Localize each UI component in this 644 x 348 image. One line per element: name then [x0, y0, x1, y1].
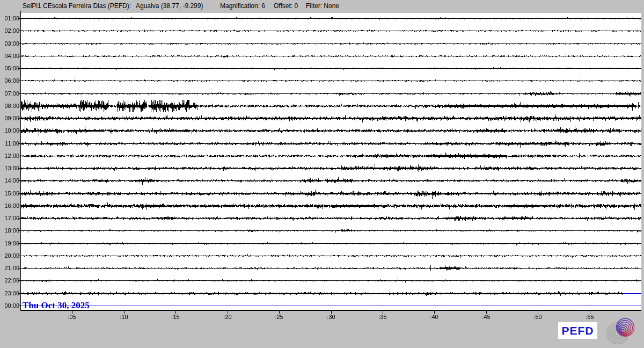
minute-label: :35 — [372, 314, 393, 321]
hour-label: 03:00 — [0, 40, 19, 47]
hour-label: 01:00 — [0, 15, 19, 22]
minute-label: :05 — [61, 314, 83, 321]
minute-label: :55 — [579, 314, 601, 321]
hour-label: 11:00 — [0, 140, 19, 147]
hour-label: 05:00 — [0, 64, 19, 72]
minute-label: :20 — [217, 314, 238, 321]
minute-label: :40 — [423, 314, 445, 321]
hour-label: 15:00 — [0, 190, 19, 197]
hour-label: 22:00 — [0, 277, 19, 284]
station-code-badge: PEFD — [558, 322, 597, 339]
hour-label: 08:00 — [0, 102, 19, 110]
helicorder-window: SeiPi1 CEscola Ferreira Dias (PEFD): Agu… — [0, 0, 644, 348]
date-marker-label: Thu Oct 30, 2025 — [23, 300, 90, 310]
hour-label: 09:00 — [0, 114, 19, 122]
hour-label: 07:00 — [0, 90, 19, 97]
hour-label: 19:00 — [0, 240, 19, 247]
hour-label: 13:00 — [0, 164, 19, 172]
hour-label: 02:00 — [0, 27, 19, 34]
hour-label: 14:00 — [0, 177, 19, 184]
hour-label: 18:00 — [0, 227, 19, 234]
minute-label: :10 — [113, 314, 135, 321]
spiral-seismo-logo-icon — [605, 316, 640, 347]
hour-label: 17:00 — [0, 214, 19, 222]
minute-label: :15 — [165, 314, 186, 321]
hour-label: 06:00 — [0, 77, 19, 84]
station-code-text: PEFD — [561, 324, 594, 337]
minute-label: :25 — [268, 314, 290, 321]
hour-label: 20:00 — [0, 252, 19, 259]
hour-label: 16:00 — [0, 202, 19, 209]
minute-label: :30 — [320, 314, 342, 321]
hour-label: 00:00 — [0, 302, 19, 309]
minute-label: :45 — [475, 314, 497, 321]
hour-label: 21:00 — [0, 264, 19, 272]
seismogram-trace-canvas[interactable] — [0, 0, 644, 348]
hour-label: 23:00 — [0, 289, 19, 297]
hour-label: 10:00 — [0, 127, 19, 134]
hour-label: 04:00 — [0, 52, 19, 60]
minute-label: :50 — [527, 314, 548, 321]
hour-label: 12:00 — [0, 152, 19, 160]
